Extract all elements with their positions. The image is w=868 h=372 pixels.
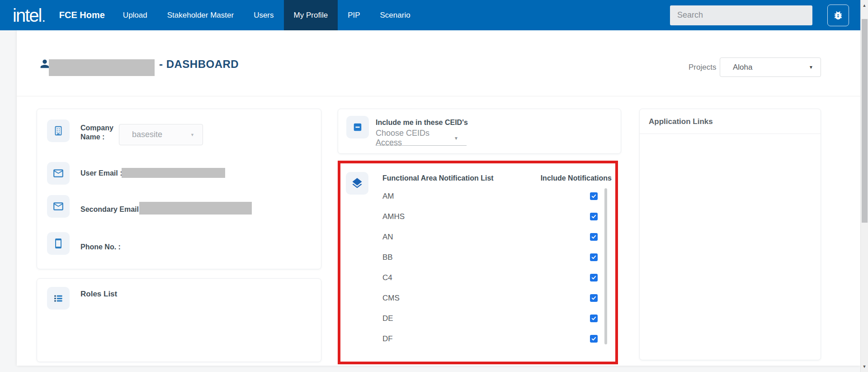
- checkbox-indeterminate-icon: [353, 122, 363, 132]
- projects-selected-value: Aloha: [733, 63, 752, 72]
- application-links-card: Application Links: [639, 109, 821, 360]
- page-scrollbar[interactable]: ▲ ▼: [860, 0, 868, 372]
- company-name-dropdown[interactable]: basesite ▼: [119, 124, 203, 145]
- chevron-down-icon: ▼: [190, 133, 194, 137]
- include-notification-checkbox[interactable]: [590, 315, 598, 322]
- notification-row: DE: [340, 308, 615, 329]
- nav-item-stakeholder-master[interactable]: Stakeholder Master: [157, 0, 244, 30]
- functional-area-label: DE: [382, 314, 393, 323]
- include-notification-checkbox[interactable]: [590, 253, 598, 261]
- mail-icon: [52, 167, 64, 179]
- mail-icon: [52, 200, 64, 212]
- secondary-email-label: Secondary Email :: [80, 205, 143, 214]
- app-title[interactable]: FCE Home: [59, 10, 105, 20]
- checkmark-icon: [591, 234, 597, 240]
- ceid-card: Include me in these CEID's Choose CEIDs …: [338, 109, 621, 154]
- smartphone-icon: [53, 238, 64, 249]
- main-content: - DASHBOARD Projects Aloha ▼: [17, 30, 860, 366]
- notification-row: CMS: [340, 288, 615, 308]
- ceid-title: Include me in these CEID's: [376, 118, 468, 127]
- roles-card: Roles List: [37, 278, 321, 362]
- bug-report-button[interactable]: [827, 5, 849, 26]
- include-notification-checkbox[interactable]: [590, 335, 598, 343]
- include-notification-checkbox[interactable]: [590, 233, 598, 241]
- page-scrollbar-thumb[interactable]: [862, 19, 868, 223]
- scroll-up-icon[interactable]: ▲: [861, 3, 868, 8]
- functional-area-label: AM: [382, 192, 394, 201]
- checkmark-icon: [591, 214, 597, 219]
- company-selected-value: basesite: [132, 130, 162, 139]
- intel-logo-dot: .: [42, 10, 45, 24]
- divider: [640, 134, 821, 134]
- list-icon-tile: [47, 287, 70, 310]
- include-notification-checkbox[interactable]: [590, 213, 598, 220]
- nav-item-pip[interactable]: PIP: [338, 0, 370, 30]
- chevron-down-icon: ▼: [809, 65, 813, 70]
- building-icon-tile: [47, 119, 70, 142]
- include-notification-checkbox[interactable]: [590, 192, 598, 200]
- checkmark-icon: [591, 275, 597, 281]
- functional-area-label: DF: [382, 334, 393, 343]
- notification-row: AM: [340, 186, 615, 206]
- functional-area-label: AN: [382, 233, 393, 242]
- smartphone-icon-tile: [47, 232, 70, 255]
- checkmark-icon: [591, 315, 597, 321]
- functional-area-label: C4: [382, 273, 392, 282]
- nav-item-users[interactable]: Users: [244, 0, 283, 30]
- notifications-list-title: Functional Area Notification List: [382, 174, 494, 182]
- user-email-label: User Email :: [80, 169, 122, 178]
- checkbox-indeterminate-icon-tile: [346, 116, 369, 138]
- page-title: - DASHBOARD: [159, 55, 239, 73]
- redacted-user-name: [49, 59, 155, 76]
- panel-scrollbar-thumb[interactable]: [604, 188, 607, 344]
- projects-label: Projects: [689, 63, 716, 72]
- include-notification-checkbox[interactable]: [590, 294, 598, 302]
- nav-item-upload[interactable]: Upload: [113, 0, 157, 30]
- redacted-secondary-email: [139, 202, 252, 215]
- building-icon: [52, 125, 64, 137]
- functional-area-label: CMS: [382, 294, 400, 303]
- phone-label: Phone No. :: [80, 243, 121, 252]
- application-links-title: Application Links: [649, 117, 713, 126]
- notification-row: DF: [340, 329, 615, 349]
- functional-area-label: BB: [382, 253, 393, 262]
- projects-dropdown[interactable]: Aloha ▼: [720, 57, 821, 77]
- notification-list: AM AMHS AN BB C4: [340, 186, 615, 349]
- notification-row: BB: [340, 247, 615, 267]
- search-input[interactable]: [670, 5, 812, 25]
- mail-icon-tile: [47, 162, 70, 185]
- nav-item-my-profile[interactable]: My Profile: [284, 0, 338, 30]
- nav-item-scenario[interactable]: Scenario: [370, 0, 420, 30]
- notification-row: C4: [340, 267, 615, 288]
- redacted-user-email: [122, 168, 225, 178]
- chevron-down-icon: ▼: [454, 136, 458, 141]
- checkmark-icon: [591, 254, 597, 260]
- ceid-dropdown[interactable]: Choose CEIDs Access ▼: [376, 131, 467, 146]
- company-name-label: Company Name :: [80, 124, 122, 142]
- scroll-down-icon[interactable]: ▼: [861, 364, 868, 369]
- list-icon: [52, 292, 64, 304]
- checkmark-icon: [591, 193, 597, 199]
- top-navbar: intel . FCE Home UploadStakeholder Maste…: [0, 0, 860, 30]
- main-nav: UploadStakeholder MasterUsersMy ProfileP…: [113, 0, 420, 30]
- profile-card: Company Name : basesite ▼ User Email : S…: [37, 109, 321, 269]
- intel-logo-text: intel: [13, 6, 41, 24]
- bug-icon: [833, 10, 844, 21]
- functional-area-notifications-panel: Functional Area Notification List Includ…: [338, 161, 618, 364]
- notification-row: AMHS: [340, 206, 615, 227]
- intel-logo[interactable]: intel .: [13, 6, 46, 24]
- ceid-placeholder: Choose CEIDs Access: [376, 129, 454, 148]
- include-notifications-header: Include Notifications: [541, 174, 612, 182]
- mail-icon-tile: [47, 195, 70, 218]
- roles-list-title: Roles List: [80, 290, 117, 299]
- checkmark-icon: [591, 295, 597, 301]
- functional-area-label: AMHS: [382, 212, 405, 221]
- notification-row: AN: [340, 227, 615, 247]
- page: intel . FCE Home UploadStakeholder Maste…: [0, 0, 868, 372]
- include-notification-checkbox[interactable]: [590, 274, 598, 281]
- dashboard-header: - DASHBOARD Projects Aloha ▼: [17, 30, 860, 96]
- checkmark-icon: [591, 336, 597, 342]
